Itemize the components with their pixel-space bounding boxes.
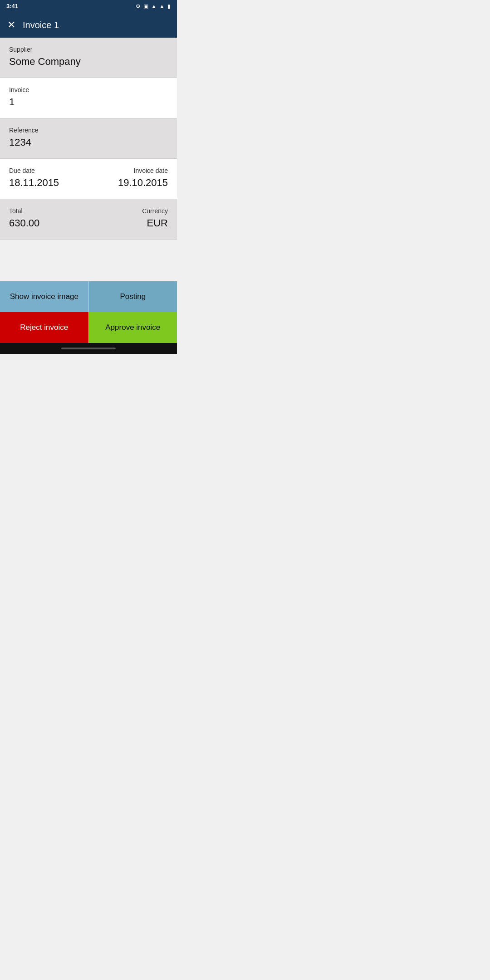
- invoice-date-value: 19.10.2015: [88, 177, 168, 189]
- invoice-date-label: Invoice date: [88, 167, 168, 174]
- action-row-1: Show invoice image Posting: [0, 281, 177, 312]
- content-area: Supplier Some Company Invoice 1 Referenc…: [0, 38, 177, 281]
- invoice-label: Invoice: [9, 86, 168, 93]
- approve-invoice-button[interactable]: Approve invoice: [89, 312, 177, 343]
- due-date-value: 18.11.2015: [9, 177, 88, 189]
- invoice-field: Invoice 1: [0, 78, 177, 118]
- invoice-value: 1: [9, 96, 168, 108]
- total-col: Total 630.00: [9, 207, 88, 229]
- status-icons: ⚙ ▣ ▲ ▲ ▮: [136, 3, 171, 10]
- reference-label: Reference: [9, 127, 168, 134]
- currency-value: EUR: [88, 217, 168, 229]
- total-currency-field: Total 630.00 Currency EUR: [0, 199, 177, 240]
- status-time: 3:41: [6, 3, 18, 10]
- dates-field: Due date 18.11.2015 Invoice date 19.10.2…: [0, 159, 177, 199]
- reference-field: Reference 1234: [0, 118, 177, 159]
- battery-icon: ▮: [167, 3, 171, 10]
- signal-icon: ▲: [159, 3, 165, 10]
- bottom-actions: Show invoice image Posting Reject invoic…: [0, 281, 177, 343]
- invoice-date-col: Invoice date 19.10.2015: [88, 167, 168, 189]
- status-bar: 3:41 ⚙ ▣ ▲ ▲ ▮: [0, 0, 177, 12]
- reference-value: 1234: [9, 137, 168, 148]
- wifi-icon: ▲: [151, 3, 157, 10]
- action-row-2: Reject invoice Approve invoice: [0, 312, 177, 343]
- posting-button[interactable]: Posting: [89, 281, 177, 312]
- due-date-col: Due date 18.11.2015: [9, 167, 88, 189]
- total-label: Total: [9, 207, 88, 215]
- back-button[interactable]: ✕: [7, 20, 15, 30]
- due-date-label: Due date: [9, 167, 88, 174]
- supplier-label: Supplier: [9, 46, 168, 53]
- settings-icon: ⚙: [136, 3, 141, 10]
- total-value: 630.00: [9, 217, 88, 229]
- nav-bar-line: [61, 348, 116, 349]
- nav-indicator: [0, 343, 177, 354]
- currency-label: Currency: [88, 207, 168, 215]
- reject-invoice-button[interactable]: Reject invoice: [0, 312, 88, 343]
- supplier-field: Supplier Some Company: [0, 38, 177, 78]
- currency-col: Currency EUR: [88, 207, 168, 229]
- page-title: Invoice 1: [23, 20, 59, 30]
- app-bar: ✕ Invoice 1: [0, 12, 177, 38]
- supplier-value: Some Company: [9, 56, 168, 68]
- show-invoice-image-button[interactable]: Show invoice image: [0, 281, 88, 312]
- sim-icon: ▣: [143, 3, 148, 10]
